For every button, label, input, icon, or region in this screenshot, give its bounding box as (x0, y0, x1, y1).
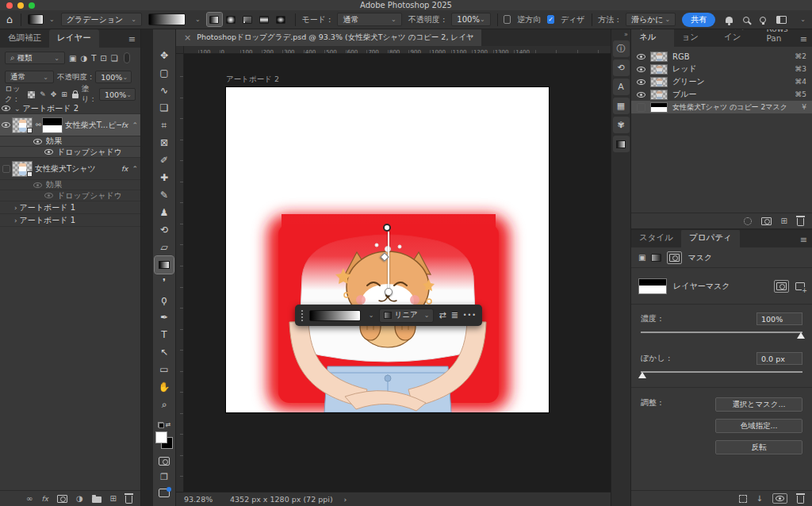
gradient-options-icon[interactable]: ≣ (451, 310, 458, 320)
lock-artboard-icon[interactable]: ⊞ (61, 90, 67, 98)
density-value-input[interactable]: 100% (756, 312, 802, 325)
filter-adjustment-icon[interactable]: ◑ (80, 54, 87, 63)
shape-tool[interactable]: ▭ (155, 361, 174, 378)
select-mask-icon[interactable] (774, 280, 789, 293)
chevron-down-icon[interactable]: ⌄ (800, 16, 806, 23)
tab-properties[interactable]: プロパティ (681, 230, 740, 247)
chevron-down-icon[interactable]: ⌄ (369, 312, 374, 319)
lock-paint-brush-icon[interactable]: ✎ (40, 90, 46, 98)
character-panel-icon[interactable]: A (613, 79, 630, 95)
eye-icon[interactable] (44, 149, 53, 155)
visibility-toggle[interactable] (0, 165, 12, 173)
screen-mode-icon[interactable]: ❐ (160, 472, 168, 482)
swap-colors-icon[interactable]: ⇄ (166, 421, 171, 428)
channel-row-blue[interactable]: ブルー ⌘5 (631, 88, 812, 101)
layer-mask-thumbnail[interactable] (42, 117, 63, 133)
tool-preset-picker[interactable]: ⌄ (28, 14, 55, 25)
delete-channel-trash-icon[interactable] (797, 218, 804, 226)
share-button[interactable]: 共有 (682, 13, 715, 27)
fx-badge[interactable]: fx (121, 165, 130, 173)
filter-smart-object-icon[interactable]: ❏ (111, 54, 118, 63)
foreground-color-swatch[interactable] (155, 431, 167, 443)
effects-row[interactable]: 効果 (0, 136, 140, 147)
blend-mode-dropdown[interactable]: 通常 ⌄ (337, 13, 401, 26)
blur-tool[interactable]: ❜ (155, 274, 174, 291)
type-tool[interactable]: T (155, 326, 174, 343)
layer-group-artboard-1[interactable]: › アートボード 1 (0, 201, 140, 214)
save-selection-as-channel-icon[interactable] (761, 217, 772, 225)
healing-brush-tool[interactable]: ✚ (155, 169, 174, 186)
gradient-preset-dropdown[interactable]: グラデーション ⌄ (61, 13, 142, 26)
brush-tool[interactable]: ✎ (155, 186, 174, 204)
feather-slider-thumb[interactable] (638, 372, 646, 378)
layer-opacity-dropdown[interactable]: 100% ⌄ (95, 71, 132, 83)
channel-row-rgb[interactable]: RGB ⌘2 (631, 50, 812, 63)
layer-group-artboard-2[interactable]: ⌄ アートボード 2 (0, 103, 140, 114)
drop-shadow-row[interactable]: ドロップシャドウ (0, 190, 140, 201)
pixel-layer-icon[interactable]: ▣ (638, 253, 645, 262)
collapse-panels-icon[interactable]: » (624, 31, 630, 38)
notifications-bell-icon[interactable] (726, 17, 733, 23)
object-selection-tool[interactable]: ❏ (155, 99, 174, 117)
eye-icon[interactable] (637, 54, 645, 59)
home-icon[interactable]: ⌂ (6, 13, 13, 25)
fx-badge[interactable]: fx (121, 121, 130, 129)
effects-row[interactable]: 効果 (0, 180, 140, 190)
layer-row-selected[interactable]: ⚯ 女性柴犬T...ピー 2 fx ⌃ (0, 114, 140, 136)
feather-value-input[interactable]: 0.0 px (756, 352, 802, 365)
layer-row-hidden[interactable]: 女性柴犬Tシャツ fx ⌃ (0, 158, 140, 180)
visibility-toggle[interactable] (0, 122, 12, 128)
eyedropper-tool[interactable]: ✐ (155, 151, 174, 169)
artboard-label[interactable]: アートボード 2 (226, 75, 279, 85)
radial-gradient-button[interactable] (224, 13, 239, 26)
visibility-toggle[interactable] (0, 105, 12, 111)
discover-lightbulb-icon[interactable] (760, 17, 766, 23)
linear-gradient-button[interactable] (207, 13, 222, 26)
layer-styles-fx-icon[interactable]: fx (41, 495, 48, 503)
layer-mask-thumbnail[interactable] (638, 278, 667, 294)
quick-mask-icon[interactable] (159, 457, 170, 466)
new-channel-icon[interactable]: ⊞ (781, 217, 787, 225)
layer-group-artboard-1b[interactable]: › アートボード 1 (0, 214, 140, 227)
zoom-tool[interactable]: ⌕ (155, 396, 174, 413)
drag-handle-icon[interactable] (301, 309, 304, 322)
filter-type-icon[interactable]: T (91, 54, 96, 63)
invert-button[interactable]: 反転 (715, 440, 802, 454)
chevron-down-icon[interactable]: ⌄ (195, 16, 201, 23)
angle-gradient-button[interactable] (240, 13, 255, 26)
opacity-dropdown[interactable]: 100% ⌄ (451, 13, 490, 26)
default-colors-icon[interactable] (158, 422, 164, 428)
history-panel-icon[interactable]: ⟲ (613, 59, 630, 76)
tab-actions[interactable]: アクション (674, 29, 717, 47)
eye-icon[interactable] (637, 92, 645, 98)
feather-slider[interactable] (641, 368, 802, 378)
layer-thumbnail[interactable] (12, 117, 33, 133)
method-dropdown[interactable]: 滑らかに ⌄ (626, 13, 676, 26)
vertical-ruler[interactable] (176, 54, 184, 492)
lock-position-icon[interactable]: ✥ (51, 90, 57, 98)
gradient-tool[interactable] (155, 256, 174, 274)
diamond-gradient-button[interactable] (274, 13, 289, 26)
pen-tool[interactable]: ✒ (155, 309, 174, 326)
new-layer-icon[interactable]: ⊞ (110, 494, 117, 503)
channel-row-green[interactable]: グリーン ⌘4 (631, 75, 812, 88)
tab-adjustments[interactable]: 色調補正 (0, 29, 49, 48)
mask-visibility-button[interactable] (772, 493, 787, 504)
lock-all-icon[interactable] (72, 94, 79, 98)
clone-stamp-tool[interactable]: ♟ (155, 204, 174, 221)
chevron-down-icon[interactable]: ⌄ (14, 105, 21, 113)
canvas[interactable]: アートボード 2 (184, 54, 611, 492)
edit-in-app-icon[interactable] (159, 489, 170, 497)
zoom-level[interactable]: 93.28% (184, 495, 219, 504)
dodge-tool[interactable]: ϙ (155, 291, 174, 309)
add-layer-mask-icon[interactable] (57, 495, 67, 503)
select-and-mask-button[interactable]: 選択とマスク... (715, 397, 802, 412)
layer-thumbnail[interactable] (12, 161, 33, 177)
marquee-tool[interactable]: ▢ (155, 64, 174, 82)
add-vector-mask-icon[interactable] (795, 282, 805, 290)
frame-tool[interactable]: ⊠ (155, 134, 174, 151)
fill-dropdown[interactable]: 100% ⌄ (99, 88, 136, 101)
layer-blend-mode-dropdown[interactable]: 通常 ⌄ (5, 71, 54, 83)
eye-icon[interactable] (637, 79, 645, 85)
chevron-right-icon[interactable]: › (14, 204, 17, 212)
